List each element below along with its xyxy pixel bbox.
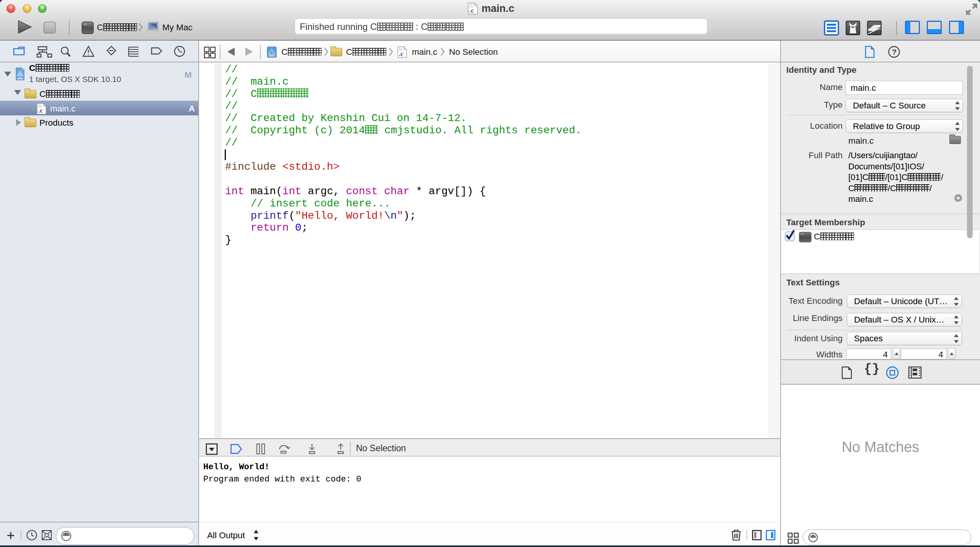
svg-text:.c: .c <box>399 50 403 57</box>
svg-text:.c: .c <box>469 7 474 14</box>
svg-text:.c: .c <box>38 107 43 114</box>
svg-text:?: ? <box>892 47 897 56</box>
